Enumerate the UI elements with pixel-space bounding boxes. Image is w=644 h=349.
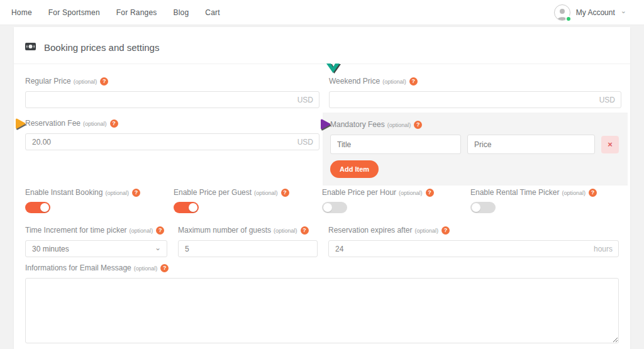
remove-fee-button[interactable]: × bbox=[601, 136, 619, 153]
regular-price-field: Regular Price (optional) ? USD bbox=[25, 77, 319, 108]
enable-instant-booking-label: Enable Instant Booking bbox=[25, 188, 103, 197]
nav-links: Home For Sportsmen For Ranges Blog Cart bbox=[11, 8, 220, 17]
help-icon[interactable]: ? bbox=[414, 121, 422, 129]
card-header: Booking prices and settings bbox=[14, 27, 630, 64]
max-guests-label: Maximum number of guests bbox=[178, 226, 271, 235]
reservation-fee-input[interactable] bbox=[25, 133, 319, 150]
max-guests-input[interactable] bbox=[178, 240, 318, 257]
nav-item-for-ranges[interactable]: For Ranges bbox=[116, 8, 157, 17]
money-icon bbox=[25, 42, 36, 53]
avatar bbox=[554, 4, 570, 21]
help-icon[interactable]: ? bbox=[589, 189, 597, 197]
help-icon[interactable]: ? bbox=[110, 119, 118, 128]
optional-tag: (optional) bbox=[274, 228, 297, 234]
time-increment-select[interactable]: 30 minutes ⌄ bbox=[25, 240, 167, 257]
nav-item-for-sportsmen[interactable]: For Sportsmen bbox=[48, 8, 100, 17]
optional-tag: (optional) bbox=[83, 121, 107, 127]
optional-tag: (optional) bbox=[562, 190, 586, 196]
email-message-field: Informations for Email Message (optional… bbox=[25, 263, 619, 346]
top-navbar: Home For Sportsmen For Ranges Blog Cart … bbox=[0, 0, 644, 25]
nav-item-cart[interactable]: Cart bbox=[205, 8, 219, 17]
booking-settings-form: Regular Price (optional) ? USD Weekend P… bbox=[14, 64, 630, 349]
page-title: Booking prices and settings bbox=[44, 42, 159, 53]
online-status-dot bbox=[565, 16, 572, 22]
nav-item-blog[interactable]: Blog bbox=[173, 8, 189, 17]
nav-item-home[interactable]: Home bbox=[11, 8, 32, 17]
toggle-knob bbox=[472, 203, 480, 212]
weekend-price-label: Weekend Price bbox=[329, 77, 380, 86]
optional-tag: (optional) bbox=[399, 190, 423, 196]
help-icon[interactable]: ? bbox=[441, 226, 450, 235]
enable-instant-booking-field: Enable Instant Booking (optional) ? bbox=[25, 188, 174, 213]
optional-tag: (optional) bbox=[254, 190, 278, 196]
purple-arrow-marker-icon bbox=[320, 119, 331, 132]
regular-price-input[interactable] bbox=[25, 91, 319, 108]
toggle-knob bbox=[40, 203, 49, 212]
enable-rental-time-picker-field: Enable Rental Time Picker (optional) ? bbox=[470, 188, 619, 213]
price-per-guest-toggle[interactable] bbox=[174, 202, 199, 213]
weekend-price-input[interactable] bbox=[329, 91, 621, 108]
price-per-hour-toggle[interactable] bbox=[322, 202, 347, 213]
mandatory-fees-panel: Mandatory Fees (optional) ? × Add Item bbox=[323, 113, 628, 186]
toggle-knob bbox=[189, 203, 197, 212]
regular-price-label: Regular Price bbox=[25, 77, 71, 86]
add-item-button[interactable]: Add Item bbox=[330, 160, 379, 178]
help-icon[interactable]: ? bbox=[281, 189, 289, 197]
time-increment-field: Time Increment for time picker (optional… bbox=[25, 226, 167, 257]
my-account-label: My Account bbox=[576, 8, 615, 17]
reservation-fee-field: Reservation Fee (optional) ? USD bbox=[25, 119, 319, 150]
help-icon[interactable]: ? bbox=[100, 77, 108, 86]
weekend-price-field: Weekend Price (optional) ? USD bbox=[329, 77, 621, 108]
time-increment-value: 30 minutes bbox=[32, 245, 69, 253]
optional-tag: (optional) bbox=[130, 228, 153, 234]
yellow-arrow-marker-icon bbox=[15, 118, 26, 131]
max-guests-field: Maximum number of guests (optional) ? bbox=[178, 226, 318, 257]
reservation-expires-field: Reservation expires after (optional) ? h… bbox=[328, 226, 619, 257]
fee-price-input[interactable] bbox=[467, 135, 595, 154]
fee-title-input[interactable] bbox=[330, 135, 461, 154]
help-icon[interactable]: ? bbox=[160, 264, 169, 272]
help-icon[interactable]: ? bbox=[156, 226, 164, 235]
reservation-expires-input[interactable] bbox=[328, 240, 619, 257]
toggle-knob bbox=[323, 203, 332, 212]
my-account-menu[interactable]: My Account ⌄ bbox=[554, 4, 626, 21]
optional-tag: (optional) bbox=[414, 228, 438, 234]
enable-price-per-hour-field: Enable Price per Hour (optional) ? bbox=[322, 188, 470, 213]
reservation-expires-label: Reservation expires after bbox=[328, 226, 412, 235]
optional-tag: (optional) bbox=[74, 79, 97, 85]
help-icon[interactable]: ? bbox=[132, 189, 140, 197]
help-icon[interactable]: ? bbox=[426, 189, 434, 197]
email-message-label: Informations for Email Message bbox=[25, 263, 131, 272]
enable-price-per-hour-label: Enable Price per Hour bbox=[322, 188, 396, 197]
optional-tag: (optional) bbox=[134, 265, 158, 272]
reservation-fee-label: Reservation Fee bbox=[25, 119, 80, 128]
time-increment-label: Time Increment for time picker bbox=[25, 226, 127, 235]
optional-tag: (optional) bbox=[382, 79, 406, 85]
booking-settings-card: Booking prices and settings Regular Pric… bbox=[14, 27, 630, 349]
help-icon[interactable]: ? bbox=[301, 226, 309, 235]
optional-tag: (optional) bbox=[105, 190, 129, 196]
enable-rental-time-picker-label: Enable Rental Time Picker bbox=[470, 188, 559, 197]
email-message-textarea[interactable] bbox=[25, 278, 619, 343]
enable-price-per-guest-field: Enable Price per Guest (optional) ? bbox=[174, 188, 322, 213]
help-icon[interactable]: ? bbox=[409, 77, 418, 86]
instant-booking-toggle[interactable] bbox=[25, 202, 50, 213]
rental-time-picker-toggle[interactable] bbox=[470, 202, 496, 213]
green-chevron-marker-icon bbox=[326, 63, 340, 76]
chevron-down-icon: ⌄ bbox=[155, 243, 161, 252]
enable-price-per-guest-label: Enable Price per Guest bbox=[174, 188, 252, 197]
chevron-down-icon: ⌄ bbox=[621, 7, 626, 15]
mandatory-fees-label: Mandatory Fees bbox=[330, 120, 385, 129]
optional-tag: (optional) bbox=[387, 122, 411, 128]
